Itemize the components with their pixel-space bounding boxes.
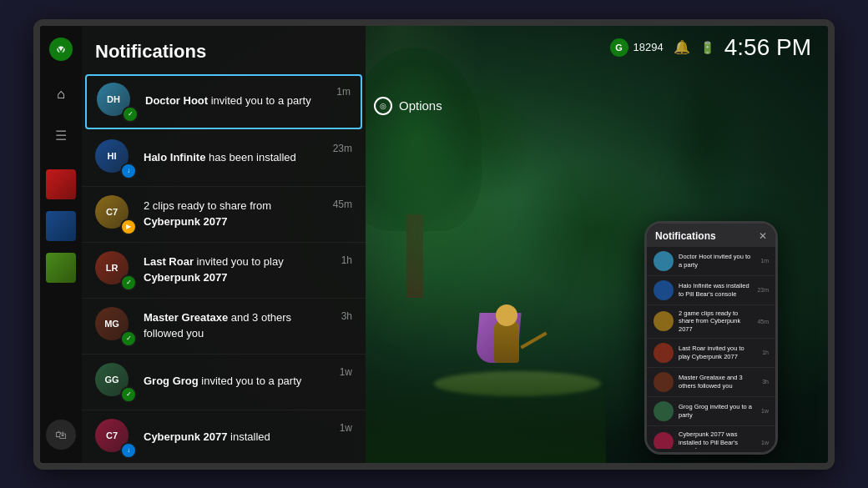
notification-content: Doctor Hoot invited you to a party [145, 93, 326, 108]
phone-notification-time: 1m [760, 258, 769, 264]
phone-avatar [654, 251, 674, 271]
sidebar-icon-menu[interactable]: ☰ [46, 121, 76, 151]
notification-time: 1w [340, 422, 352, 434]
sidebar-game-icon-3[interactable] [46, 253, 76, 283]
store-icon: 🛍 [55, 428, 67, 441]
notifications-title: Notifications [95, 41, 206, 63]
sidebar-icon-home[interactable]: ⌂ [46, 79, 76, 109]
menu-icon: ☰ [55, 128, 67, 143]
notification-content: Master Greataxe and 3 others followed yo… [144, 310, 331, 340]
notification-avatar: DH ✓ [97, 83, 135, 121]
notification-avatar: MG ✓ [95, 307, 134, 345]
notification-item-3[interactable]: C7 ▶ 2 clips ready to share from Cyberpu… [82, 187, 366, 243]
options-label: Options [399, 98, 442, 113]
notification-content: Grog Grog invited you to a party [144, 374, 330, 389]
phone-notification-item[interactable]: Halo Infinite was installed to Pill Bear… [647, 276, 775, 305]
phone-notification-main: Master Greataxe and 3 others followed yo… [679, 374, 757, 390]
phone-notification-item[interactable]: 2 game clips ready to share from Cyberpu… [647, 305, 775, 339]
phone-notification-item[interactable]: Doctor Hoot invited you to a party 1m [647, 247, 775, 276]
avatar-badge: ✓ [120, 330, 137, 347]
avatar-badge: ✓ [122, 106, 139, 123]
sidebar-icon-store[interactable]: 🛍 [46, 420, 76, 450]
avatar-badge: ✓ [120, 274, 137, 291]
xbox-logo [49, 38, 73, 61]
phone-avatar [654, 372, 674, 392]
phone-avatar [654, 311, 674, 331]
notification-item-7[interactable]: C7 ↓ Cyberpunk 2077 installed 1w [82, 410, 366, 463]
avatar-badge: ↓ [120, 163, 137, 179]
notification-text: Grog Grog invited you to a party [144, 374, 330, 389]
phone-notification-time: 1w [761, 440, 769, 445]
phone-notifications-header: Notifications ✕ [647, 224, 775, 247]
phone-frame: Notifications ✕ Doctor Hoot invited you … [644, 221, 778, 455]
sidebar-icon-strip: ⌂ ☰ 🛍 [40, 26, 82, 463]
notification-text: 2 clips ready to share from Cyberpunk 20… [144, 199, 323, 229]
phone-notification-text: Last Roar invited you to play Cyberpunk … [679, 345, 757, 361]
notification-text: Doctor Hoot invited you to a party [145, 93, 326, 108]
phone-notification-text: Cyberpunk 2077 was installed to Pill Bea… [679, 430, 756, 449]
notifications-header: Notifications [82, 26, 366, 73]
phone-notification-time: 45m [757, 319, 769, 324]
phone-notification-item[interactable]: Master Greataxe and 3 others followed yo… [647, 368, 775, 397]
badge-symbol: ↓ [127, 167, 130, 174]
sidebar-game-icon-1[interactable] [46, 169, 76, 199]
sidebar-panel: ⌂ ☰ 🛍 Notifications DH ✓ [40, 26, 366, 463]
phone-avatar [654, 401, 674, 421]
char-head [496, 304, 517, 326]
phone-screen: Notifications ✕ Doctor Hoot invited you … [647, 224, 775, 452]
phone-notification-item[interactable]: Grog Grog invited you to a party 1w [647, 397, 775, 426]
character-figure [473, 263, 540, 363]
badge-symbol: ✓ [128, 110, 134, 118]
notification-avatar: HI ↓ [95, 139, 134, 178]
notification-item-4[interactable]: LR ✓ Last Roar invited you to play Cyber… [82, 243, 366, 299]
phone-notification-time: 1w [761, 408, 769, 414]
phone-notification-item[interactable]: Last Roar invited you to play Cyberpunk … [647, 339, 775, 368]
phone-notification-text: Master Greataxe and 3 others followed yo… [679, 374, 757, 390]
avatar-badge: ↓ [120, 442, 137, 459]
phone-notification-text: 2 game clips ready to share from Cyberpu… [679, 309, 752, 334]
notification-content: Last Roar invited you to play Cyberpunk … [144, 254, 331, 284]
notification-item-5[interactable]: MG ✓ Master Greataxe and 3 others follow… [82, 299, 366, 355]
phone-notification-item[interactable]: Cyberpunk 2077 was installed to Pill Bea… [647, 426, 775, 449]
notification-content: 2 clips ready to share from Cyberpunk 20… [144, 199, 323, 229]
phone-notification-main: Doctor Hoot invited you to a party [679, 253, 755, 269]
gamerscore-value: 18294 [633, 41, 664, 53]
options-button[interactable]: ◎ Options [374, 97, 442, 115]
badge-symbol: ✓ [126, 335, 132, 342]
battery-icon: 🔋 [700, 41, 714, 54]
notification-avatar: C7 ▶ [95, 195, 134, 234]
phone-notification-main: Halo Infinite was installed to Pill Bear… [679, 282, 752, 299]
top-bar: G 18294 🔔 🔋 4:56 PM [593, 26, 828, 69]
notification-item-6[interactable]: GG ✓ Grog Grog invited you to a party 1w [82, 355, 366, 410]
phone-notification-main: 2 game clips ready to share from Cyberpu… [679, 309, 752, 334]
phone-notification-time: 1h [762, 350, 769, 355]
notification-item-2[interactable]: HI ↓ Halo Infinite has been installed 23… [82, 131, 366, 187]
notification-time: 45m [333, 199, 352, 210]
notification-text: Last Roar invited you to play Cyberpunk … [144, 254, 331, 284]
badge-symbol: ✓ [126, 390, 132, 398]
notification-content: Cyberpunk 2077 installed [144, 430, 330, 445]
phone-notification-main: Grog Grog invited you to a party [679, 403, 756, 420]
sidebar-game-icon-2[interactable] [46, 211, 76, 241]
badge-symbol: ▶ [126, 223, 131, 230]
badge-symbol: ↓ [127, 446, 130, 454]
foliage-1 [434, 69, 534, 203]
phone-notification-text: Halo Infinite was installed to Pill Bear… [679, 282, 752, 299]
char-body [494, 321, 519, 363]
notification-item-1[interactable]: DH ✓ Doctor Hoot invited you to a party … [85, 74, 362, 129]
char-staff [521, 331, 548, 349]
notification-time: 3h [341, 310, 352, 322]
phone-notifications-list: Doctor Hoot invited you to a party 1m Ha… [647, 247, 775, 449]
phone-avatar [654, 432, 674, 448]
notification-text: Cyberpunk 2077 installed [144, 430, 330, 445]
ground-platform [434, 371, 601, 396]
phone-notification-time: 23m [757, 287, 769, 293]
tv-frame: G 18294 🔔 🔋 4:56 PM ◎ Options ⌂ [33, 19, 835, 470]
phone-avatar [654, 280, 674, 300]
notification-avatar: C7 ↓ [95, 419, 134, 457]
notification-avatar: LR ✓ [95, 251, 134, 289]
avatar-badge: ✓ [120, 386, 137, 403]
bg-tree-right [666, 48, 749, 214]
notifications-list: DH ✓ Doctor Hoot invited you to a party … [82, 73, 366, 463]
phone-close-button[interactable]: ✕ [759, 230, 767, 242]
